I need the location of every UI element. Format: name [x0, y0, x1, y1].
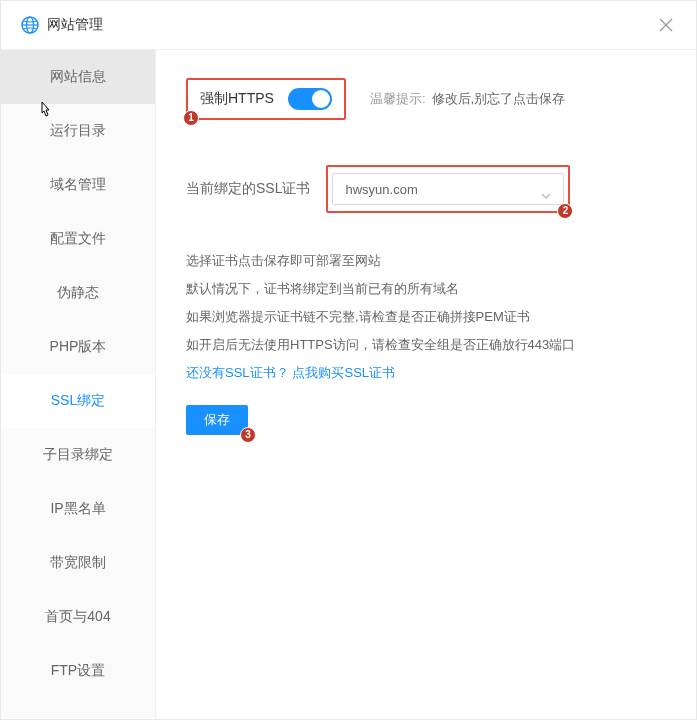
sidebar-item-run-dir[interactable]: 运行目录	[1, 104, 155, 158]
sidebar-item-label: 运行目录	[50, 122, 106, 138]
content-panel: 强制HTTPS 1 温馨提示: 修改后,别忘了点击保存 当前绑定的SSL证书 h…	[156, 50, 696, 718]
force-https-toggle[interactable]	[288, 88, 332, 110]
buy-ssl-link[interactable]: 点我购买SSL证书	[292, 365, 395, 380]
sidebar-item-domain-manage[interactable]: 域名管理	[1, 158, 155, 212]
save-button[interactable]: 保存 3	[186, 405, 248, 435]
sidebar-item-label: SSL绑定	[51, 392, 105, 408]
ssl-bind-label: 当前绑定的SSL证书	[186, 180, 310, 198]
save-button-label: 保存	[204, 412, 230, 427]
ssl-purchase-link-row: 还没有SSL证书？ 点我购买SSL证书	[186, 361, 666, 385]
sidebar-item-subdir-bind[interactable]: 子目录绑定	[1, 428, 155, 482]
hint-label: 温馨提示:	[370, 90, 426, 108]
annotation-badge-3: 3	[240, 427, 256, 443]
sidebar-item-label: 带宽限制	[50, 554, 106, 570]
sidebar-item-homepage-404[interactable]: 首页与404	[1, 590, 155, 644]
sidebar-item-config-file[interactable]: 配置文件	[1, 212, 155, 266]
force-https-label: 强制HTTPS	[200, 90, 274, 108]
modal-body: 网站信息 运行目录 域名管理 配置文件 伪静态 PHP版本	[1, 50, 696, 718]
force-https-highlight: 强制HTTPS 1	[186, 78, 346, 120]
sidebar-item-label: PHP版本	[50, 338, 107, 354]
chevron-down-icon	[541, 187, 551, 202]
annotation-badge-2: 2	[557, 203, 573, 219]
info-text-2: 默认情况下，证书将绑定到当前已有的所有域名	[186, 277, 666, 301]
info-text-1: 选择证书点击保存即可部署至网站	[186, 249, 666, 273]
sidebar: 网站信息 运行目录 域名管理 配置文件 伪静态 PHP版本	[1, 50, 156, 718]
sidebar-item-bandwidth-limit[interactable]: 带宽限制	[1, 536, 155, 590]
modal-title: 网站管理	[47, 16, 656, 34]
sidebar-item-php-version[interactable]: PHP版本	[1, 320, 155, 374]
sidebar-item-label: 伪静态	[57, 284, 99, 300]
ssl-select-row: 当前绑定的SSL证书 hwsyun.com 2	[186, 165, 666, 213]
globe-icon	[21, 16, 39, 34]
sidebar-item-ftp-settings[interactable]: FTP设置	[1, 644, 155, 698]
no-ssl-link[interactable]: 还没有SSL证书？	[186, 365, 289, 380]
sidebar-item-label: 子目录绑定	[43, 446, 113, 462]
ssl-selected-value: hwsyun.com	[345, 182, 417, 197]
modal-header: 网站管理	[1, 1, 696, 50]
sidebar-item-ip-blacklist[interactable]: IP黑名单	[1, 482, 155, 536]
sidebar-item-website-info[interactable]: 网站信息	[1, 50, 155, 104]
close-icon[interactable]	[656, 15, 676, 35]
sidebar-item-pseudo-static[interactable]: 伪静态	[1, 266, 155, 320]
info-text-3: 如果浏览器提示证书链不完整,请检查是否正确拼接PEM证书	[186, 305, 666, 329]
sidebar-item-label: 域名管理	[50, 176, 106, 192]
website-manage-modal: 网站管理 网站信息 运行目录 域名管理	[0, 0, 697, 720]
force-https-row: 强制HTTPS 1 温馨提示: 修改后,别忘了点击保存	[186, 78, 666, 120]
sidebar-item-label: 配置文件	[50, 230, 106, 246]
info-text-4: 如开启后无法使用HTTPS访问，请检查安全组是否正确放行443端口	[186, 333, 666, 357]
sidebar-item-label: FTP设置	[51, 662, 105, 678]
hint-text: 修改后,别忘了点击保存	[432, 90, 566, 108]
sidebar-item-ssl-bind[interactable]: SSL绑定	[1, 374, 155, 428]
sidebar-item-label: 网站信息	[50, 68, 106, 84]
ssl-cert-select[interactable]: hwsyun.com	[332, 173, 564, 205]
sidebar-item-label: 首页与404	[45, 608, 110, 624]
ssl-select-highlight: hwsyun.com 2	[326, 165, 570, 213]
sidebar-item-label: IP黑名单	[50, 500, 105, 516]
annotation-badge-1: 1	[183, 110, 199, 126]
